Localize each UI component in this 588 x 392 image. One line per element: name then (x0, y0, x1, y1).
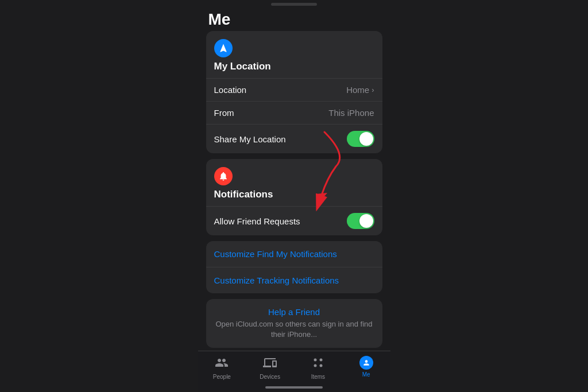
customize-find-item[interactable]: Customize Find My Notifications (206, 241, 382, 267)
phone-container: Me My Location Location Home › (198, 0, 390, 392)
my-location-title: My Location (214, 61, 271, 72)
tab-items[interactable]: Items (294, 356, 342, 380)
location-value: Home › (346, 85, 374, 95)
help-description: Open iCloud.com so others can sign in an… (214, 319, 374, 340)
devices-tab-label: Devices (260, 374, 280, 380)
status-bar-notch (271, 3, 317, 6)
from-row: From This iPhone (206, 101, 382, 124)
notifications-header: Notifications (206, 159, 382, 206)
allow-friend-toggle-knob (359, 214, 373, 228)
location-icon (214, 39, 233, 57)
share-location-toggle[interactable] (347, 131, 374, 147)
me-tab-label: Me (362, 371, 370, 378)
share-location-label: Share My Location (214, 134, 286, 144)
tab-people[interactable]: People (198, 356, 246, 380)
tab-me[interactable]: Me (342, 356, 390, 378)
page-header: Me (198, 6, 390, 31)
from-label: From (214, 108, 234, 118)
notifications-card: Notifications Allow Friend Requests (206, 159, 382, 235)
svg-point-2 (314, 359, 316, 362)
people-tab-label: People (213, 374, 231, 380)
notifications-icon (214, 167, 233, 185)
items-icon (311, 356, 325, 372)
svg-point-5 (319, 364, 322, 367)
customize-tracking-label: Customize Tracking Notifications (214, 275, 339, 285)
home-indicator (265, 386, 323, 389)
notifications-title: Notifications (214, 189, 273, 200)
svg-point-3 (319, 359, 322, 362)
page-title: Me (208, 10, 231, 28)
location-chevron: › (372, 86, 374, 94)
help-section: Help a Friend Open iCloud.com so others … (206, 299, 382, 348)
tab-devices[interactable]: Devices (246, 356, 294, 380)
me-avatar (359, 356, 373, 370)
people-icon (215, 356, 229, 372)
allow-friend-row[interactable]: Allow Friend Requests (206, 206, 382, 235)
devices-icon (263, 356, 277, 372)
my-location-card: My Location Location Home › From This iP… (206, 31, 382, 153)
svg-point-4 (314, 364, 316, 367)
content-area[interactable]: My Location Location Home › From This iP… (198, 31, 390, 362)
links-card: Customize Find My Notifications Customiz… (206, 241, 382, 293)
status-bar (198, 0, 390, 6)
location-row[interactable]: Location Home › (206, 78, 382, 101)
from-value: This iPhone (328, 108, 374, 118)
customize-find-label: Customize Find My Notifications (214, 249, 337, 259)
allow-friend-label: Allow Friend Requests (214, 216, 300, 226)
allow-friend-toggle[interactable] (347, 213, 374, 229)
location-label: Location (214, 85, 247, 95)
toggle-knob (359, 132, 373, 146)
items-tab-label: Items (311, 374, 325, 380)
customize-tracking-item[interactable]: Customize Tracking Notifications (206, 267, 382, 293)
share-location-row[interactable]: Share My Location (206, 124, 382, 153)
my-location-header: My Location (206, 31, 382, 78)
help-title[interactable]: Help a Friend (214, 307, 374, 317)
